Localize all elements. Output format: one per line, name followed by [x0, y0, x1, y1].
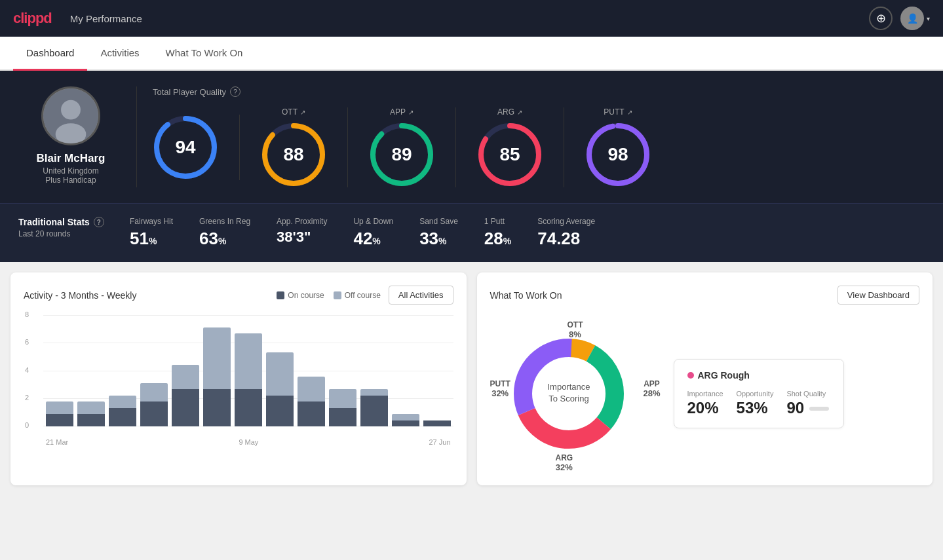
detail-metrics: Importance 20% Opportunity 53% Shot Qual…: [687, 390, 830, 417]
opportunity-value: 53%: [737, 399, 774, 417]
app-label: APP ↗: [390, 107, 414, 117]
legend-offcourse-label: Off course: [345, 291, 381, 300]
stat-greens-name: Greens In Reg: [199, 217, 250, 226]
bar-on-course: [423, 420, 451, 426]
donut-label-app: APP28%: [643, 379, 660, 398]
stat-1putt-name: 1 Putt: [484, 217, 511, 226]
detail-dot: [687, 372, 694, 379]
avatar-chevron: ▾: [927, 15, 930, 22]
bar-off-course: [235, 333, 262, 389]
stat-1putt-val: 28%: [484, 229, 511, 249]
stat-sandsave-name: Sand Save: [419, 217, 458, 226]
bar-on-course: [172, 389, 199, 426]
work-content: Importance To Scoring OTT8% APP28% ARG32…: [490, 315, 920, 472]
stats-items: Fairways Hit 51% Greens In Reg 63% App. …: [130, 217, 925, 249]
ott-label: OTT ↗: [282, 107, 305, 117]
donut-chart: Importance To Scoring: [503, 328, 634, 459]
bar-on-course: [46, 414, 73, 426]
shotquality-value: 90: [786, 399, 804, 417]
add-button[interactable]: ⊕: [869, 7, 893, 30]
bar-group: [109, 315, 136, 426]
stat-proximity-val: 38'3": [277, 229, 327, 246]
bar-on-course: [77, 414, 105, 426]
bar-group: [298, 315, 325, 426]
bar-off-course: [329, 389, 356, 407]
bar-off-course: [266, 352, 294, 396]
donut-label-ott: OTT8%: [568, 320, 583, 339]
svg-point-2: [56, 123, 87, 145]
shotquality-bar: [809, 407, 829, 411]
bar-group: [360, 315, 388, 426]
donut-wrapper: Importance To Scoring OTT8% APP28% ARG32…: [490, 315, 661, 472]
score-ott: OTT ↗ 88: [240, 107, 348, 187]
hero-section: Blair McHarg United Kingdom Plus Handica…: [0, 71, 943, 203]
detail-card: ARG Rough Importance 20% Opportunity 53%…: [674, 359, 844, 428]
tab-what-to-work-on[interactable]: What To Work On: [153, 37, 256, 71]
tab-nav: Dashboard Activities What To Work On: [0, 37, 943, 71]
bar-on-course: [203, 389, 231, 426]
circle-arg: 85: [477, 122, 543, 187]
bar-group: [235, 315, 262, 426]
stat-proximity: App. Proximity 38'3": [277, 217, 327, 249]
stat-updown-name: Up & Down: [353, 217, 393, 226]
stat-scoring-name: Scoring Average: [537, 217, 595, 226]
bar-on-course: [266, 396, 294, 426]
work-title: What To Work On: [490, 290, 562, 301]
bar-on-course: [109, 408, 136, 426]
circle-ott: 88: [261, 122, 326, 187]
legend-oncourse: On course: [277, 291, 324, 300]
bottom-section: Activity - 3 Months - Weekly On course O…: [0, 262, 943, 496]
x-label-mar: 21 Mar: [46, 438, 68, 446]
player-handicap: Plus Handicap: [45, 176, 96, 185]
putt-arrow: ↗: [627, 109, 632, 116]
bar-group: [392, 315, 419, 426]
stat-sandsave-val: 33%: [419, 229, 458, 249]
bar-off-course: [140, 383, 168, 401]
activity-title: Activity - 3 Months - Weekly: [24, 290, 136, 301]
detail-shotquality: Shot Quality 90: [786, 390, 829, 417]
detail-opportunity: Opportunity 53%: [737, 390, 774, 417]
tab-activities[interactable]: Activities: [87, 37, 152, 71]
logo: clippd: [13, 10, 52, 27]
circle-total: 94: [153, 115, 218, 180]
stats-help-icon[interactable]: ?: [94, 217, 104, 227]
stats-subtitle: Last 20 rounds: [18, 229, 117, 238]
help-icon[interactable]: ?: [230, 86, 241, 97]
stat-sandsave: Sand Save 33%: [419, 217, 458, 249]
importance-value: 20%: [687, 399, 723, 417]
view-dashboard-button[interactable]: View Dashboard: [837, 286, 919, 305]
bar-group: [46, 315, 73, 426]
donut-label-putt: PUTT32%: [490, 379, 510, 398]
all-activities-button[interactable]: All Activities: [389, 286, 453, 305]
score-total: 94: [153, 115, 240, 180]
bar-off-course: [77, 401, 105, 414]
arg-value: 85: [499, 144, 520, 165]
svg-text:To Scoring: To Scoring: [548, 394, 588, 403]
player-name: Blair McHarg: [37, 152, 106, 165]
bar-on-course: [298, 401, 325, 426]
x-labels: 21 Mar 9 May 27 Jun: [43, 438, 453, 446]
bar-on-course: [360, 396, 388, 426]
stat-scoring: Scoring Average 74.28: [537, 217, 595, 249]
top-nav: clippd My Performance ⊕ 👤 ▾: [0, 0, 943, 37]
bar-group: [203, 315, 231, 426]
detail-importance: Importance 20%: [687, 390, 723, 417]
bar-on-course: [329, 408, 356, 426]
x-label-may: 9 May: [239, 438, 258, 446]
avatar-menu[interactable]: 👤 ▾: [900, 7, 930, 30]
x-label-jun: 27 Jun: [429, 438, 450, 446]
importance-label: Importance: [687, 390, 723, 398]
chart-area: 8 6 4 2 0 21 Mar 9 May 27 Jun: [24, 315, 453, 446]
svg-point-1: [61, 100, 81, 120]
bar-off-course: [360, 389, 388, 395]
stat-greens-val: 63%: [199, 229, 250, 249]
work-card-header: What To Work On View Dashboard: [490, 286, 920, 305]
detail-title: ARG Rough: [687, 370, 830, 381]
app-arrow: ↗: [408, 109, 414, 116]
stat-fairways: Fairways Hit 51%: [130, 217, 173, 249]
bar-group: [140, 315, 168, 426]
circle-app: 89: [369, 122, 434, 187]
activity-card-header: Activity - 3 Months - Weekly On course O…: [24, 286, 453, 305]
opportunity-label: Opportunity: [737, 390, 774, 398]
tab-dashboard[interactable]: Dashboard: [13, 37, 87, 71]
